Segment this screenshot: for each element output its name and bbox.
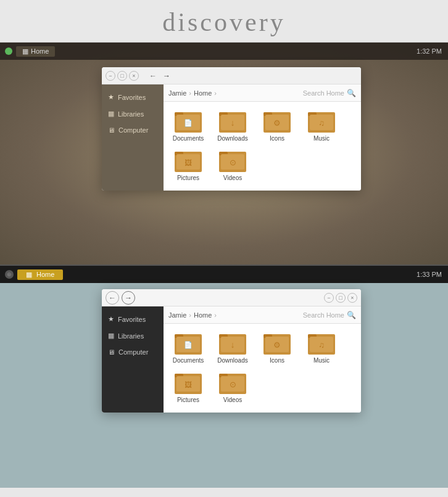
nav-buttons-light: ← → — [147, 70, 172, 81]
sidebar-favorites-light[interactable]: ★ Favorites — [102, 89, 164, 105]
fm-content-light: Jamie › Home › Search Home 🔍 — [164, 84, 361, 191]
folder-icon-videos-dark: ⊙ — [219, 371, 246, 394]
close-icon-dark: × — [351, 295, 354, 301]
folder-label-icons-light: Icons — [270, 135, 284, 142]
folder-label-documents-light: Documents — [173, 135, 204, 142]
traffic-dark-btn[interactable]: ⊕ — [5, 270, 14, 279]
folder-documents-light[interactable]: 📄 Documents — [168, 109, 208, 142]
taskbar-light: ▦ Home 1:32 PM — [0, 43, 448, 60]
win-btn-max-dark[interactable]: □ — [336, 293, 346, 303]
home-button-dark[interactable]: ▦ Home — [17, 269, 63, 280]
folder-pictures-light[interactable]: 🖼 Pictures — [168, 149, 208, 181]
breadcrumb-home-dark: Home — [194, 311, 212, 319]
nav-forward-light[interactable]: → — [161, 70, 172, 81]
traffic-icon-dark: ⊕ — [7, 271, 12, 277]
sidebar-computer-label-dark: Computer — [118, 348, 148, 356]
folder-label-pictures-light: Pictures — [177, 175, 199, 181]
fm-body-dark: ★ Favorites ▦ Libraries 🖥 Computer Jamie… — [102, 306, 361, 413]
folder-downloads-light[interactable]: ↓ Downloads — [213, 109, 252, 142]
fm-files-light: 📄 Documents ↓ — [164, 102, 361, 191]
breadcrumb-sep1-light: › — [189, 89, 191, 97]
folder-label-downloads-dark: Downloads — [217, 357, 247, 364]
home-button-light[interactable]: ▦ Home — [16, 46, 55, 57]
minimize-icon-dark: − — [327, 295, 330, 301]
folder-label-pictures-dark: Pictures — [177, 396, 199, 403]
minimize-icon-light: − — [109, 73, 112, 79]
breadcrumb-sep2-dark: › — [214, 311, 217, 319]
svg-text:📄: 📄 — [184, 118, 193, 127]
star-icon-light: ★ — [108, 93, 114, 101]
sidebar-libraries-label-light: Libraries — [118, 110, 144, 118]
fm-body-light: ★ Favorites ▦ Libraries 🖥 Computer Jamie… — [102, 84, 361, 191]
svg-text:⊙: ⊙ — [230, 380, 236, 389]
theme-dark-panel: ⊕ ▦ Home 1:33 PM ← → − □ — [0, 266, 448, 488]
svg-text:🖼: 🖼 — [185, 380, 192, 389]
sidebar-favorites-dark[interactable]: ★ Favorites — [102, 311, 164, 327]
svg-text:🖼: 🖼 — [185, 158, 192, 167]
folder-pictures-dark[interactable]: 🖼 Pictures — [168, 371, 208, 403]
svg-text:♫: ♫ — [318, 118, 325, 128]
sidebar-computer-label-light: Computer — [118, 126, 148, 134]
theme-light-panel: ▦ Home 1:32 PM − □ × ← — [0, 43, 448, 265]
close-icon-light: × — [132, 73, 135, 79]
folder-icon-pictures-light: 🖼 — [175, 149, 202, 172]
sidebar-libraries-light[interactable]: ▦ Libraries — [102, 106, 164, 121]
fm-content-dark: Jamie › Home › Search Home 🔍 — [164, 306, 361, 413]
folder-music-light[interactable]: ♫ Music — [302, 109, 341, 142]
search-icon-dark[interactable]: 🔍 — [347, 311, 356, 319]
folder-icon-videos-light: ⊙ — [219, 149, 246, 172]
star-icon-dark: ★ — [108, 315, 114, 323]
sidebar-favorites-label-dark: Favorites — [118, 316, 146, 323]
traffic-light-green[interactable] — [5, 47, 12, 55]
home-icon-dark: ▦ — [26, 271, 32, 278]
nav-back-light[interactable]: ← — [147, 70, 159, 81]
folder-icons-dark[interactable]: ⚙ Icons — [257, 331, 297, 364]
sidebar-computer-light[interactable]: 🖥 Computer — [102, 123, 164, 138]
nav-forward-dark[interactable]: → — [122, 291, 135, 305]
computer-icon-light: 🖥 — [108, 126, 115, 134]
svg-text:♫: ♫ — [318, 340, 325, 350]
folder-music-dark[interactable]: ♫ Music — [302, 331, 341, 364]
folder-icons-light[interactable]: ⚙ Icons — [257, 109, 297, 142]
search-box-dark[interactable]: Search Home 🔍 — [303, 311, 356, 319]
search-icon-light[interactable]: 🔍 — [347, 89, 356, 97]
sidebar-libraries-label-dark: Libraries — [118, 332, 144, 340]
folder-videos-dark[interactable]: ⊙ Videos — [213, 371, 252, 403]
sidebar-computer-dark[interactable]: 🖥 Computer — [102, 345, 164, 359]
win-btn-min-dark[interactable]: − — [324, 293, 334, 303]
maximize-icon-dark: □ — [339, 295, 342, 301]
search-placeholder-light: Search Home — [303, 89, 344, 97]
folder-icon-icons-light: ⚙ — [263, 109, 291, 133]
folder-label-icons-dark: Icons — [270, 357, 284, 364]
svg-text:⚙: ⚙ — [273, 340, 281, 350]
breadcrumb-home-light: Home — [194, 89, 212, 97]
taskbar-time-light: 1:32 PM — [417, 47, 442, 55]
folder-videos-light[interactable]: ⊙ Videos — [213, 149, 252, 181]
search-box-light[interactable]: Search Home 🔍 — [303, 89, 356, 97]
folder-label-documents-dark: Documents — [173, 357, 204, 364]
svg-text:↓: ↓ — [231, 118, 235, 128]
folder-icon-downloads-dark: ↓ — [219, 331, 246, 355]
sidebar-libraries-dark[interactable]: ▦ Libraries — [102, 328, 164, 343]
fm-window-light: − □ × ← → ★ — [102, 67, 361, 191]
breadcrumb-sep2-light: › — [214, 89, 217, 97]
home-icon-light: ▦ — [22, 47, 28, 55]
fm-sidebar-light: ★ Favorites ▦ Libraries 🖥 Computer — [102, 84, 164, 191]
win-btn-max-light[interactable]: □ — [117, 71, 127, 81]
folder-icon-music-dark: ♫ — [308, 331, 335, 355]
taskbar-dark: ⊕ ▦ Home 1:33 PM — [0, 266, 448, 283]
folder-icon-music-light: ♫ — [308, 109, 335, 133]
folder-downloads-dark[interactable]: ↓ Downloads — [213, 331, 252, 364]
folder-label-music-light: Music — [313, 135, 330, 142]
nav-back-dark[interactable]: ← — [106, 291, 119, 305]
win-btn-close-dark[interactable]: × — [347, 293, 357, 303]
folder-documents-dark[interactable]: 📄 Documents — [168, 331, 208, 364]
search-placeholder-dark: Search Home — [303, 311, 344, 319]
fm-addressbar-dark: Jamie › Home › Search Home 🔍 — [164, 306, 361, 324]
fm-titlebar-dark: ← → − □ × — [102, 289, 361, 306]
win-btn-min-light[interactable]: − — [106, 71, 115, 81]
folder-icon-pictures-dark: 🖼 — [175, 371, 202, 394]
page-title: discovery — [0, 7, 448, 37]
folder-icon-downloads-light: ↓ — [219, 109, 246, 133]
win-btn-close-light[interactable]: × — [129, 71, 139, 81]
